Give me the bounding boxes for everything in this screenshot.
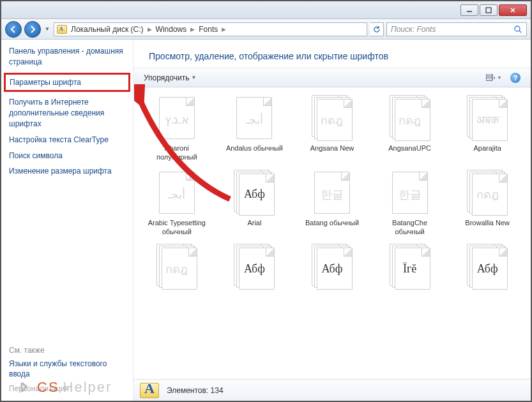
main-content: Просмотр, удаление, отображение или скры… bbox=[133, 40, 531, 401]
help-icon: ? bbox=[510, 73, 521, 83]
nav-history-dropdown[interactable]: ▼ bbox=[43, 23, 51, 36]
chevron-right-icon: ▶ bbox=[190, 26, 195, 33]
svg-point-4 bbox=[515, 26, 520, 31]
chevron-down-icon: ▼ bbox=[191, 75, 196, 80]
font-label: Arial bbox=[247, 218, 261, 227]
close-button[interactable] bbox=[499, 4, 527, 16]
sidebar-cleartype-link[interactable]: Настройка текста ClearType bbox=[9, 135, 125, 145]
svg-rect-1 bbox=[486, 8, 491, 13]
sidebar-textsize-link[interactable]: Изменение размера шрифта bbox=[9, 166, 125, 177]
back-button[interactable] bbox=[5, 21, 22, 38]
font-item[interactable]: Абф bbox=[294, 242, 370, 294]
font-label: BatangChe обычный bbox=[378, 218, 442, 237]
crumb-item[interactable]: Fonts bbox=[199, 25, 218, 34]
font-item[interactable]: अबकAparajita bbox=[449, 94, 526, 163]
chevron-down-icon: ▼ bbox=[498, 75, 502, 80]
svg-rect-6 bbox=[486, 74, 492, 80]
organize-button[interactable]: Упорядочить ▼ bbox=[140, 71, 200, 84]
chevron-right-icon: ▶ bbox=[222, 26, 226, 33]
sidebar: Панель управления - домашняя страница Па… bbox=[1, 40, 133, 401]
content-header: Просмотр, удаление, отображение или скры… bbox=[133, 40, 531, 68]
font-item[interactable]: أبجـAndalus обычный bbox=[217, 94, 293, 163]
status-bar: Элементов: 134 bbox=[133, 379, 531, 401]
see-also-label: См. также bbox=[9, 346, 125, 355]
view-options-button[interactable]: ▼ bbox=[485, 71, 503, 85]
maximize-button[interactable] bbox=[480, 4, 498, 16]
chevron-right-icon: ▶ bbox=[148, 26, 152, 33]
body: Панель управления - домашняя страница Па… bbox=[1, 40, 531, 401]
font-item[interactable]: أبجـArabic Typesetting обычный bbox=[139, 168, 215, 238]
svg-line-5 bbox=[519, 31, 521, 33]
sidebar-lang-services-link[interactable]: Языки и службы текстового ввода bbox=[9, 359, 125, 380]
font-label: Angsana New bbox=[310, 144, 354, 153]
font-label: Aparajita bbox=[473, 144, 501, 153]
font-item[interactable]: Абф bbox=[217, 242, 293, 294]
font-item[interactable]: กดฎBrowallia New bbox=[449, 168, 526, 238]
font-item[interactable]: กดฎAngsanaUPC bbox=[372, 94, 448, 163]
sidebar-home-link[interactable]: Панель управления - домашняя страница bbox=[9, 46, 125, 68]
sidebar-personalization-link[interactable]: Персонализация bbox=[9, 383, 125, 394]
crumb-item[interactable]: Локальный диск (C:) bbox=[71, 25, 144, 34]
address-bar[interactable]: Локальный диск (C:) ▶ Windows ▶ Fonts ▶ bbox=[54, 22, 367, 36]
fonts-folder-icon bbox=[140, 383, 159, 398]
search-placeholder: Поиск: Fonts bbox=[391, 25, 436, 34]
font-label: Browallia New bbox=[465, 218, 510, 227]
font-item[interactable]: Абф bbox=[449, 242, 526, 294]
breadcrumb[interactable]: Локальный диск (C:) ▶ Windows ▶ Fonts ▶ bbox=[71, 25, 226, 34]
search-icon bbox=[513, 25, 522, 34]
title-bar[interactable] bbox=[1, 1, 531, 19]
sidebar-charmap-link[interactable]: Поиск символа bbox=[9, 151, 125, 161]
font-item[interactable]: א.ג.ץAharoni полужирный bbox=[139, 94, 215, 163]
folder-icon bbox=[57, 25, 67, 34]
font-item[interactable]: Їгĕ bbox=[372, 242, 448, 294]
font-item[interactable]: กดฎAngsana New bbox=[294, 94, 370, 163]
font-label: Aharoni полужирный bbox=[145, 144, 209, 162]
font-item[interactable]: АбфArial bbox=[217, 168, 293, 238]
help-button[interactable]: ? bbox=[506, 71, 524, 85]
command-bar: Упорядочить ▼ ▼ ? bbox=[133, 68, 531, 87]
font-label: AngsanaUPC bbox=[388, 144, 431, 153]
sidebar-font-settings-link[interactable]: Параметры шрифта bbox=[4, 73, 130, 93]
crumb-item[interactable]: Windows bbox=[156, 25, 187, 34]
font-label: Andalus обычный bbox=[226, 144, 283, 153]
refresh-button[interactable] bbox=[370, 22, 384, 36]
nav-toolbar: ▼ Локальный диск (C:) ▶ Windows ▶ Fonts … bbox=[1, 19, 531, 40]
minimize-button[interactable] bbox=[460, 4, 478, 16]
font-item[interactable]: 한글Batang обычный bbox=[294, 168, 370, 238]
item-count-label: Элементов: 134 bbox=[167, 386, 224, 395]
font-item[interactable]: 한글BatangChe обычный bbox=[372, 168, 448, 238]
page-title: Просмотр, удаление, отображение или скры… bbox=[149, 51, 515, 61]
font-label: Batang обычный bbox=[305, 218, 359, 227]
explorer-window: ▼ Локальный диск (C:) ▶ Windows ▶ Fonts … bbox=[1, 1, 531, 401]
font-item[interactable]: กดฎ bbox=[139, 242, 215, 294]
search-input[interactable]: Поиск: Fonts bbox=[386, 22, 527, 36]
sidebar-get-online-link[interactable]: Получить в Интернете дополнительные свед… bbox=[9, 97, 125, 129]
fonts-grid[interactable]: א.ג.ץAharoni полужирныйأبجـAndalus обычн… bbox=[133, 87, 531, 379]
font-label: Arabic Typesetting обычный bbox=[145, 218, 209, 237]
forward-button[interactable] bbox=[24, 21, 41, 38]
